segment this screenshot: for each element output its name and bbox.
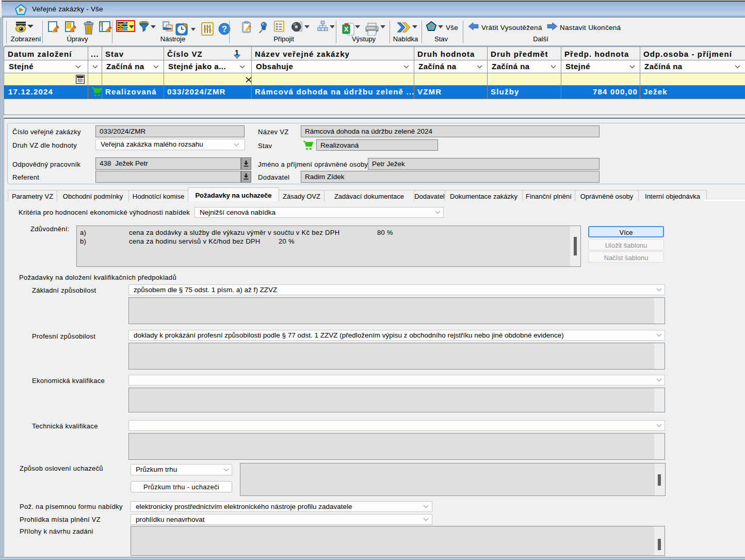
svg-text:X: X — [344, 25, 349, 33]
svg-text:?: ? — [222, 25, 227, 34]
